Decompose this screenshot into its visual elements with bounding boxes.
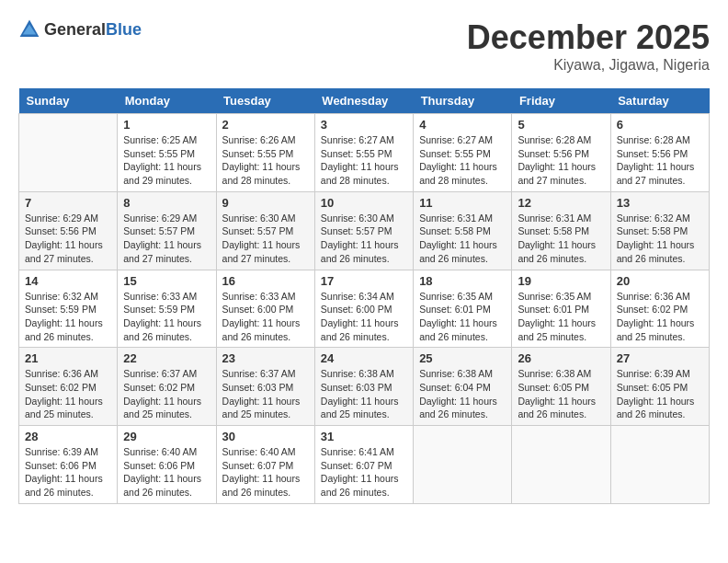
day-info: Sunrise: 6:35 AMSunset: 6:01 PMDaylight:… [419,290,506,344]
day-info: Sunrise: 6:40 AMSunset: 6:07 PMDaylight:… [222,445,309,500]
cell-4-2: 22 Sunrise: 6:37 AMSunset: 6:02 PMDaylig… [118,348,216,426]
day-info: Sunrise: 6:40 AMSunset: 6:06 PMDaylight:… [123,445,210,500]
col-wednesday: Wednesday [314,88,413,114]
cell-4-5: 25 Sunrise: 6:38 AMSunset: 6:04 PMDaylig… [414,348,512,426]
day-info: Sunrise: 6:26 AMSunset: 5:55 PMDaylight:… [222,133,309,188]
day-number: 12 [518,196,604,210]
cell-5-4: 31 Sunrise: 6:41 AMSunset: 6:07 PMDaylig… [314,426,413,504]
day-number: 9 [222,196,309,210]
day-number: 26 [518,351,604,365]
cell-5-2: 29 Sunrise: 6:40 AMSunset: 6:06 PMDaylig… [118,426,216,504]
week-row-1: 1 Sunrise: 6:25 AMSunset: 5:55 PMDayligh… [19,114,710,192]
cell-3-2: 15 Sunrise: 6:33 AMSunset: 5:59 PMDaylig… [118,270,216,348]
day-number: 20 [617,274,703,288]
cell-4-1: 21 Sunrise: 6:36 AMSunset: 6:02 PMDaylig… [19,348,118,426]
day-number: 15 [123,274,210,288]
day-info: Sunrise: 6:34 AMSunset: 6:00 PMDaylight:… [321,290,407,344]
day-info: Sunrise: 6:28 AMSunset: 5:56 PMDaylight:… [518,133,604,188]
cell-3-1: 14 Sunrise: 6:32 AMSunset: 5:59 PMDaylig… [19,270,118,348]
day-info: Sunrise: 6:38 AMSunset: 6:03 PMDaylight:… [321,367,407,421]
day-info: Sunrise: 6:33 AMSunset: 5:59 PMDaylight:… [123,290,210,344]
cell-3-5: 18 Sunrise: 6:35 AMSunset: 6:01 PMDaylig… [414,270,512,348]
cell-2-2: 8 Sunrise: 6:29 AMSunset: 5:57 PMDayligh… [118,191,216,270]
day-info: Sunrise: 6:35 AMSunset: 6:01 PMDaylight:… [518,290,604,344]
day-number: 5 [518,118,604,132]
day-number: 1 [123,118,210,132]
header-row: Sunday Monday Tuesday Wednesday Thursday… [19,88,710,114]
day-info: Sunrise: 6:25 AMSunset: 5:55 PMDaylight:… [123,133,210,188]
day-info: Sunrise: 6:29 AMSunset: 5:56 PMDaylight:… [25,212,111,266]
cell-5-5 [414,426,512,504]
day-number: 14 [25,274,111,288]
day-info: Sunrise: 6:39 AMSunset: 6:06 PMDaylight:… [25,445,111,500]
day-number: 21 [25,351,111,365]
day-number: 22 [123,351,210,365]
cell-1-3: 2 Sunrise: 6:26 AMSunset: 5:55 PMDayligh… [216,114,314,192]
day-number: 6 [617,118,703,132]
cell-1-6: 5 Sunrise: 6:28 AMSunset: 5:56 PMDayligh… [512,114,610,192]
day-number: 4 [419,118,506,132]
cell-5-7 [610,426,709,504]
cell-2-3: 9 Sunrise: 6:30 AMSunset: 5:57 PMDayligh… [216,191,314,270]
cell-5-1: 28 Sunrise: 6:39 AMSunset: 6:06 PMDaylig… [19,426,118,504]
col-tuesday: Tuesday [216,88,314,114]
day-info: Sunrise: 6:39 AMSunset: 6:05 PMDaylight:… [617,367,703,421]
day-number: 31 [321,430,407,443]
cell-5-3: 30 Sunrise: 6:40 AMSunset: 6:07 PMDaylig… [216,426,314,504]
cell-1-5: 4 Sunrise: 6:27 AMSunset: 5:55 PMDayligh… [414,114,512,192]
col-monday: Monday [118,88,216,114]
day-number: 13 [617,196,703,210]
cell-4-7: 27 Sunrise: 6:39 AMSunset: 6:05 PMDaylig… [610,348,709,426]
day-info: Sunrise: 6:29 AMSunset: 5:57 PMDaylight:… [123,212,210,266]
day-info: Sunrise: 6:41 AMSunset: 6:07 PMDaylight:… [321,445,407,500]
day-number: 3 [321,118,407,132]
day-number: 23 [222,351,309,365]
day-number: 11 [419,196,506,210]
cell-3-3: 16 Sunrise: 6:33 AMSunset: 6:00 PMDaylig… [216,270,314,348]
cell-4-4: 24 Sunrise: 6:38 AMSunset: 6:03 PMDaylig… [314,348,413,426]
day-info: Sunrise: 6:27 AMSunset: 5:55 PMDaylight:… [419,133,506,188]
col-thursday: Thursday [414,88,512,114]
day-number: 18 [419,274,506,288]
day-info: Sunrise: 6:27 AMSunset: 5:55 PMDaylight:… [321,133,407,188]
day-info: Sunrise: 6:30 AMSunset: 5:57 PMDaylight:… [222,212,309,266]
day-info: Sunrise: 6:37 AMSunset: 6:03 PMDaylight:… [222,367,309,421]
week-row-2: 7 Sunrise: 6:29 AMSunset: 5:56 PMDayligh… [19,191,710,270]
day-info: Sunrise: 6:32 AMSunset: 5:58 PMDaylight:… [617,212,703,266]
week-row-5: 28 Sunrise: 6:39 AMSunset: 6:06 PMDaylig… [19,426,710,504]
day-info: Sunrise: 6:37 AMSunset: 6:02 PMDaylight:… [123,367,210,421]
page-header: GeneralBlue December 2025 Kiyawa, Jigawa… [18,18,710,74]
cell-1-2: 1 Sunrise: 6:25 AMSunset: 5:55 PMDayligh… [118,114,216,192]
col-friday: Friday [512,88,610,114]
logo-text-blue: Blue [106,20,142,39]
day-info: Sunrise: 6:36 AMSunset: 6:02 PMDaylight:… [25,367,111,421]
cell-2-6: 12 Sunrise: 6:31 AMSunset: 5:58 PMDaylig… [512,191,610,270]
day-number: 25 [419,351,506,365]
day-number: 16 [222,274,309,288]
location: Kiyawa, Jigawa, Nigeria [467,57,710,74]
cell-2-4: 10 Sunrise: 6:30 AMSunset: 5:57 PMDaylig… [314,191,413,270]
day-info: Sunrise: 6:31 AMSunset: 5:58 PMDaylight:… [518,212,604,266]
cell-5-6 [512,426,610,504]
day-info: Sunrise: 6:38 AMSunset: 6:04 PMDaylight:… [419,367,506,421]
cell-4-3: 23 Sunrise: 6:37 AMSunset: 6:03 PMDaylig… [216,348,314,426]
day-number: 17 [321,274,407,288]
cell-3-7: 20 Sunrise: 6:36 AMSunset: 6:02 PMDaylig… [610,270,709,348]
logo-icon [18,18,40,40]
col-saturday: Saturday [610,88,709,114]
cell-1-7: 6 Sunrise: 6:28 AMSunset: 5:56 PMDayligh… [610,114,709,192]
day-info: Sunrise: 6:38 AMSunset: 6:05 PMDaylight:… [518,367,604,421]
day-number: 30 [222,430,309,443]
day-info: Sunrise: 6:36 AMSunset: 6:02 PMDaylight:… [617,290,703,344]
day-number: 19 [518,274,604,288]
day-info: Sunrise: 6:28 AMSunset: 5:56 PMDaylight:… [617,133,703,188]
cell-2-5: 11 Sunrise: 6:31 AMSunset: 5:58 PMDaylig… [414,191,512,270]
cell-1-1 [19,114,118,192]
day-info: Sunrise: 6:31 AMSunset: 5:58 PMDaylight:… [419,212,506,266]
cell-1-4: 3 Sunrise: 6:27 AMSunset: 5:55 PMDayligh… [314,114,413,192]
month-title: December 2025 [467,18,710,57]
cell-3-6: 19 Sunrise: 6:35 AMSunset: 6:01 PMDaylig… [512,270,610,348]
day-number: 10 [321,196,407,210]
cell-4-6: 26 Sunrise: 6:38 AMSunset: 6:05 PMDaylig… [512,348,610,426]
week-row-3: 14 Sunrise: 6:32 AMSunset: 5:59 PMDaylig… [19,270,710,348]
